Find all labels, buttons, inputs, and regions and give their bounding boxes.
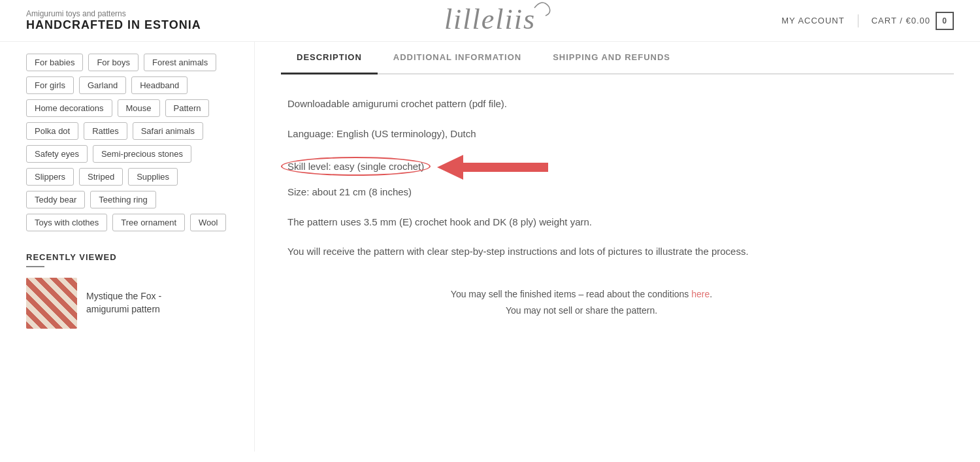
- main-content: DESCRIPTIONADDITIONAL INFORMATIONSHIPPIN…: [255, 42, 980, 452]
- tag-item[interactable]: Safari animals: [133, 122, 203, 140]
- svg-marker-1: [437, 155, 548, 180]
- skill-level-highlight: Skill level: easy (single crochet): [287, 161, 424, 172]
- step-instructions-text: You will receive the pattern with clear …: [287, 243, 875, 260]
- sidebar: For babiesFor boysForest animalsFor girl…: [0, 42, 255, 452]
- tag-item[interactable]: Polka dot: [26, 122, 78, 140]
- tag-item[interactable]: Safety eyes: [26, 145, 88, 163]
- skill-level-row: Skill level: easy (single crochet): [287, 155, 875, 180]
- tab-description[interactable]: DESCRIPTION: [281, 42, 378, 74]
- header-nav: MY ACCOUNT CART / €0.00 0: [781, 12, 954, 30]
- nav-divider: [858, 14, 858, 27]
- tag-item[interactable]: For babies: [26, 54, 83, 71]
- footer-line2: You may not sell or share the pattern.: [287, 303, 875, 319]
- footer-line1: You may sell the finished items – read a…: [287, 286, 875, 303]
- skill-level-arrow: [437, 155, 548, 180]
- tag-item[interactable]: Teething ring: [90, 191, 155, 208]
- description-content: Downloadable amigurumi crochet pattern (…: [281, 95, 882, 319]
- language-text: Language: English (US terminology), Dutc…: [287, 125, 875, 142]
- recently-viewed-item[interactable]: Mystique the Fox -amigurumi pattern: [26, 278, 228, 329]
- brand-title: HANDCRAFTED IN ESTONIA: [26, 18, 201, 32]
- tag-item[interactable]: Rattles: [84, 122, 127, 140]
- tab-additional-information[interactable]: ADDITIONAL INFORMATION: [378, 42, 537, 74]
- recently-viewed-title: RECENTLY VIEWED: [26, 252, 228, 262]
- recently-viewed-divider: [26, 266, 44, 267]
- tag-item[interactable]: Headband: [131, 76, 188, 94]
- svg-text:lilleliis: lilleliis: [444, 3, 536, 35]
- tag-item[interactable]: Supplies: [128, 168, 178, 186]
- site-logo: lilleliis: [425, 0, 555, 47]
- tag-item[interactable]: Forest animals: [144, 54, 216, 71]
- tag-item[interactable]: Semi-precious stones: [93, 145, 191, 163]
- product-name: Mystique the Fox -amigurumi pattern: [86, 290, 161, 316]
- skill-level-text: Skill level: easy (single crochet): [287, 161, 424, 172]
- tabs: DESCRIPTIONADDITIONAL INFORMATIONSHIPPIN…: [281, 42, 954, 74]
- footer-period: .: [710, 289, 712, 299]
- main-layout: For babiesFor boysForest animalsFor girl…: [0, 42, 980, 452]
- hook-info-text: The pattern uses 3.5 mm (E) crochet hook…: [287, 214, 875, 231]
- cart-count-box: 0: [936, 12, 954, 30]
- tag-item[interactable]: For girls: [26, 76, 74, 94]
- tag-item[interactable]: Garland: [79, 76, 126, 94]
- tag-item[interactable]: For boys: [88, 54, 139, 71]
- thumbnail-image: [26, 278, 77, 329]
- tag-item[interactable]: Mouse: [118, 99, 160, 117]
- site-header: Amigurumi toys and patterns HANDCRAFTED …: [0, 0, 980, 42]
- intro-text: Downloadable amigurumi crochet pattern (…: [287, 95, 875, 112]
- cart-label: CART / €0.00: [872, 16, 930, 25]
- tag-item[interactable]: Wool: [190, 214, 226, 231]
- brand-subtitle: Amigurumi toys and patterns: [26, 9, 201, 18]
- tag-item[interactable]: Tree ornament: [112, 214, 185, 231]
- tag-item[interactable]: Teddy bear: [26, 191, 85, 208]
- tag-item[interactable]: Toys with clothes: [26, 214, 107, 231]
- cart-count: 0: [942, 16, 947, 25]
- tag-item[interactable]: Slippers: [26, 168, 74, 186]
- cart-button[interactable]: CART / €0.00 0: [872, 12, 954, 30]
- brand: Amigurumi toys and patterns HANDCRAFTED …: [26, 9, 201, 32]
- tab-shipping-and-refunds[interactable]: SHIPPING AND REFUNDS: [537, 42, 686, 74]
- tag-item[interactable]: Pattern: [165, 99, 210, 117]
- product-thumbnail: [26, 278, 77, 329]
- footer-note: You may sell the finished items – read a…: [287, 286, 875, 319]
- my-account-link[interactable]: MY ACCOUNT: [781, 16, 844, 25]
- footer-conditions-link[interactable]: here: [691, 289, 710, 299]
- footer-line1-text: You may sell the finished items – read a…: [451, 289, 689, 299]
- tag-cloud: For babiesFor boysForest animalsFor girl…: [26, 54, 228, 231]
- tag-item[interactable]: Home decorations: [26, 99, 112, 117]
- tag-item[interactable]: Striped: [79, 168, 123, 186]
- size-text: Size: about 21 cm (8 inches): [287, 184, 875, 201]
